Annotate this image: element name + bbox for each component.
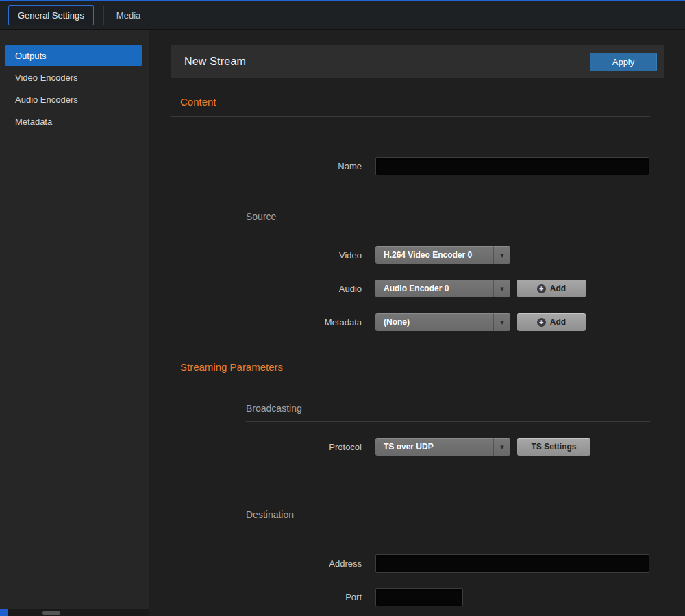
sidebar-item-outputs[interactable]: Outputs	[5, 45, 142, 66]
topbar: General Settings Media	[0, 0, 685, 30]
video-row: Video H.264 Video Encoder 0 ▾	[246, 246, 664, 264]
address-input[interactable]	[375, 554, 649, 573]
add-audio-button[interactable]: + Add	[517, 280, 586, 297]
chevron-down-icon: ▾	[493, 313, 510, 331]
horizontal-scrollbar[interactable]	[0, 609, 149, 616]
page-title: New Stream	[184, 56, 246, 68]
apply-button[interactable]: Apply	[590, 53, 657, 71]
ts-settings-button[interactable]: TS Settings	[517, 438, 590, 456]
broadcasting-subsection: Broadcasting Protocol TS over UDP ▾ TS S…	[246, 403, 664, 456]
sidebar-item-label: Outputs	[15, 51, 47, 61]
chevron-down-icon: ▾	[493, 246, 510, 264]
divider	[246, 528, 650, 528]
address-label: Address	[246, 558, 375, 569]
dropdown-value: Audio Encoder 0	[375, 284, 493, 293]
metadata-row: Metadata (None) ▾ + Add	[246, 313, 664, 331]
main-content: New Stream Apply Content Name Source Vid…	[150, 30, 685, 616]
name-label: Name	[171, 161, 375, 171]
sidebar: Outputs Video Encoders Audio Encoders Me…	[0, 30, 149, 616]
name-input[interactable]	[375, 157, 649, 175]
audio-row: Audio Audio Encoder 0 ▾ + Add	[246, 280, 664, 297]
section-title-streaming-parameters: Streaming Parameters	[180, 361, 664, 373]
video-source-dropdown[interactable]: H.264 Video Encoder 0 ▾	[375, 246, 510, 264]
ts-settings-label: TS Settings	[531, 442, 576, 452]
divider	[171, 116, 650, 117]
port-label: Port	[246, 592, 375, 602]
metadata-label: Metadata	[246, 317, 375, 328]
dropdown-value: (None)	[375, 317, 493, 327]
port-row: Port	[246, 588, 664, 606]
divider	[171, 382, 650, 382]
chevron-down-icon: ▾	[493, 280, 510, 297]
plus-circle-icon: +	[537, 318, 546, 327]
audio-label: Audio	[246, 284, 375, 294]
tab-general-settings[interactable]: General Settings	[8, 5, 94, 25]
tab-label: General Settings	[18, 10, 84, 21]
add-label: Add	[550, 284, 566, 293]
divider	[246, 421, 650, 422]
protocol-label: Protocol	[246, 442, 375, 452]
divider	[153, 6, 153, 25]
source-subsection: Source Video H.264 Video Encoder 0 ▾ Aud…	[246, 211, 664, 331]
section-title-content: Content	[180, 96, 664, 108]
port-input[interactable]	[375, 588, 463, 606]
sidebar-item-label: Metadata	[15, 116, 52, 127]
dropdown-value: TS over UDP	[375, 442, 493, 452]
dropdown-value: H.264 Video Encoder 0	[375, 250, 493, 260]
scrollbar-thumb[interactable]	[42, 611, 60, 615]
sidebar-item-audio-encoders[interactable]: Audio Encoders	[5, 89, 142, 110]
plus-circle-icon: +	[537, 284, 546, 293]
page-header: New Stream Apply	[171, 45, 664, 78]
protocol-dropdown[interactable]: TS over UDP ▾	[375, 438, 510, 456]
add-metadata-button[interactable]: + Add	[517, 313, 586, 331]
sidebar-item-video-encoders[interactable]: Video Encoders	[5, 67, 142, 88]
scrollbar-corner	[0, 609, 8, 616]
audio-source-dropdown[interactable]: Audio Encoder 0 ▾	[375, 280, 510, 297]
sidebar-item-label: Video Encoders	[15, 73, 78, 83]
destination-title: Destination	[246, 509, 664, 521]
protocol-row: Protocol TS over UDP ▾ TS Settings	[246, 438, 664, 456]
sidebar-item-label: Audio Encoders	[15, 95, 78, 105]
broadcasting-title: Broadcasting	[246, 403, 664, 415]
address-row: Address	[246, 554, 664, 573]
chevron-down-icon: ▾	[493, 438, 510, 456]
metadata-source-dropdown[interactable]: (None) ▾	[375, 313, 510, 331]
source-title: Source	[246, 211, 664, 223]
destination-subsection: Destination Address Port	[246, 509, 664, 606]
sidebar-item-metadata[interactable]: Metadata	[5, 111, 142, 132]
tab-label: Media	[116, 10, 140, 21]
add-label: Add	[550, 317, 566, 327]
video-label: Video	[246, 250, 375, 260]
name-row: Name	[171, 157, 664, 175]
divider	[246, 230, 650, 230]
tab-media[interactable]: Media	[104, 5, 153, 25]
